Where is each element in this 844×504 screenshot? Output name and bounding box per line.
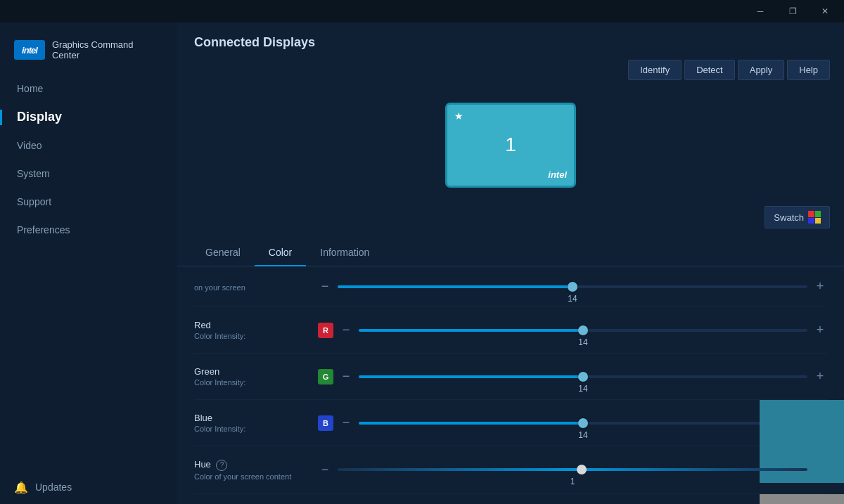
setting-row-saturation: Saturation ? Vividness of colors on your… xyxy=(194,494,827,505)
sidebar-item-home[interactable]: Home xyxy=(0,75,177,103)
setting-label-green: Green Color Intensity: xyxy=(194,366,307,387)
detect-button[interactable]: Detect xyxy=(684,60,735,80)
red-title: Red xyxy=(194,320,307,330)
setting-label-red: Red Color Intensity: xyxy=(194,320,307,340)
blue-title: Blue xyxy=(194,413,307,423)
green-sub: Color Intensity: xyxy=(194,378,307,387)
green-badge: G xyxy=(318,369,333,385)
identify-button[interactable]: Identify xyxy=(628,60,682,80)
green-value: 14 xyxy=(578,384,587,394)
setting-row-green: Green Color Intensity: G − 14 + xyxy=(194,354,827,400)
green-slider-container: G − 14 + xyxy=(318,369,827,385)
red-minus[interactable]: − xyxy=(339,323,353,337)
on-screen-minus[interactable]: − xyxy=(318,279,332,294)
tab-general[interactable]: General xyxy=(191,240,255,266)
display-preview-area: Identify Detect Apply Help ★ 1 intel Swa… xyxy=(177,50,844,240)
sidebar-item-system[interactable]: System xyxy=(0,160,177,188)
intel-logo: intel xyxy=(14,40,45,60)
green-plus[interactable]: + xyxy=(813,369,827,384)
on-screen-sub: on your screen xyxy=(194,283,307,292)
swatch-button[interactable]: Swatch xyxy=(765,206,830,228)
setting-label-on-screen: on your screen xyxy=(194,282,307,292)
green-minus[interactable]: − xyxy=(339,369,353,384)
bell-icon: 🔔 xyxy=(14,480,28,494)
home-label: Home xyxy=(17,83,43,94)
content-area: Connected Displays Identify Detect Apply… xyxy=(177,22,844,504)
red-value: 14 xyxy=(578,337,587,347)
on-screen-slider-container: − 14 + xyxy=(318,279,827,294)
blue-slider-container: B − 14 + xyxy=(318,415,827,431)
display-label: Display xyxy=(17,110,62,124)
red-badge: R xyxy=(318,323,333,338)
tab-information[interactable]: Information xyxy=(306,240,383,266)
setting-row-red: Red Color Intensity: R − 14 + xyxy=(194,307,827,354)
setting-row-on-screen: on your screen − 14 + xyxy=(194,266,827,307)
updates-label: Updates xyxy=(35,482,72,493)
help-button[interactable]: Help xyxy=(787,60,830,80)
setting-label-blue: Blue Color Intensity: xyxy=(194,413,307,433)
hue-thumb[interactable] xyxy=(577,465,587,474)
sidebar-brand: intel Graphics Command Center xyxy=(0,30,177,75)
support-label: Support xyxy=(17,196,51,207)
page-title: Connected Displays xyxy=(177,22,844,50)
setting-row-hue: Hue ? Color of your screen content − 1 + xyxy=(194,446,827,494)
gray-preview xyxy=(760,494,844,505)
top-buttons: Identify Detect Apply Help xyxy=(628,60,830,80)
red-sub: Color Intensity: xyxy=(194,332,307,340)
green-title: Green xyxy=(194,366,307,377)
maximize-button[interactable]: ❐ xyxy=(776,0,809,22)
red-slider-container: R − 14 + xyxy=(318,323,827,338)
sidebar-item-display[interactable]: Display xyxy=(0,103,177,131)
titlebar: ─ ❐ ✕ xyxy=(0,0,844,22)
hue-minus[interactable]: − xyxy=(318,463,332,477)
swatch-label: Swatch xyxy=(774,212,804,223)
video-label: Video xyxy=(17,140,42,151)
on-screen-track[interactable]: 14 xyxy=(338,285,807,288)
monitor-star: ★ xyxy=(454,110,463,122)
apply-button[interactable]: Apply xyxy=(738,60,785,80)
brand-text: Graphics Command Center xyxy=(52,39,163,60)
setting-label-hue: Hue ? Color of your screen content xyxy=(194,459,307,481)
sidebar-item-preferences[interactable]: Preferences xyxy=(0,216,177,244)
hue-sub: Color of your screen content xyxy=(194,472,307,481)
swatch-color-grid xyxy=(808,211,821,224)
sidebar: intel Graphics Command Center Home Displ… xyxy=(0,22,177,504)
blue-value: 14 xyxy=(578,430,587,440)
hue-track[interactable]: 1 xyxy=(338,468,807,471)
green-track[interactable]: 14 xyxy=(359,375,807,378)
settings-scroll[interactable]: on your screen − 14 + Red Color Intensit… xyxy=(177,266,844,504)
blue-track[interactable]: 14 xyxy=(359,422,807,425)
monitor-card[interactable]: ★ 1 intel xyxy=(447,105,574,186)
sidebar-item-video[interactable]: Video xyxy=(0,131,177,160)
hue-title: Hue ? xyxy=(194,459,307,471)
on-screen-value: 14 xyxy=(568,294,577,304)
sidebar-item-support[interactable]: Support xyxy=(0,188,177,216)
blue-minus[interactable]: − xyxy=(339,415,353,430)
setting-row-blue: Blue Color Intensity: B − 14 + xyxy=(194,400,827,446)
red-plus[interactable]: + xyxy=(813,323,827,337)
monitor-brand: intel xyxy=(548,169,567,180)
red-track[interactable]: 14 xyxy=(359,329,807,332)
tab-color[interactable]: Color xyxy=(255,240,306,266)
hue-value: 1 xyxy=(570,477,575,486)
monitor-number: 1 xyxy=(505,134,516,156)
app-body: intel Graphics Command Center Home Displ… xyxy=(0,22,844,504)
updates-item[interactable]: 🔔 Updates xyxy=(0,470,177,504)
hue-help-icon[interactable]: ? xyxy=(216,460,227,471)
blue-sub: Color Intensity: xyxy=(194,425,307,433)
system-label: System xyxy=(17,168,50,179)
blue-badge: B xyxy=(318,415,333,431)
minimize-button[interactable]: ─ xyxy=(744,0,776,22)
close-button[interactable]: ✕ xyxy=(809,0,841,22)
hue-slider-container: − 1 + xyxy=(318,463,827,477)
on-screen-plus[interactable]: + xyxy=(813,279,827,294)
preferences-label: Preferences xyxy=(17,224,70,235)
nav-spacer xyxy=(0,244,177,470)
tabs: General Color Information xyxy=(177,240,844,266)
